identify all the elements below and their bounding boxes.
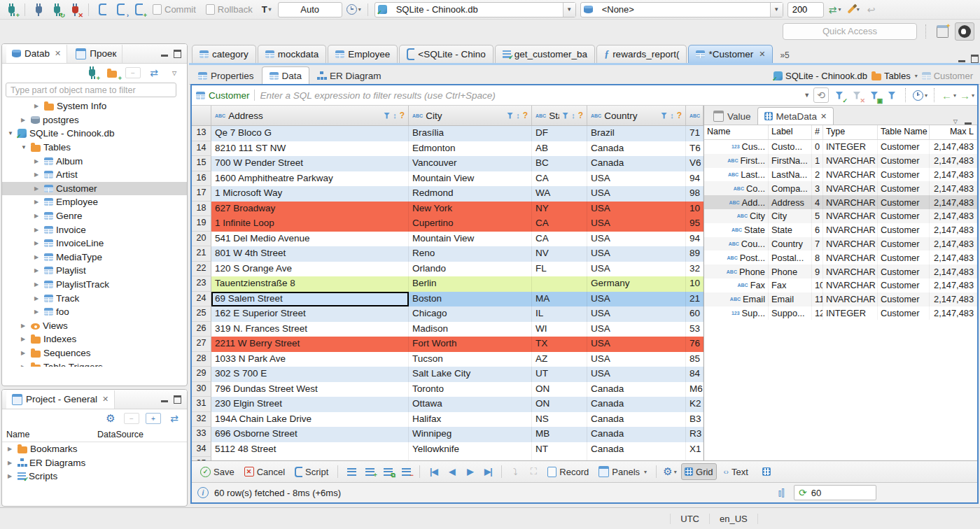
database-dropdown-button[interactable]: ▼ [770, 3, 783, 17]
cell-state[interactable]: WA [532, 186, 587, 202]
metadata-row-city[interactable]: ABCCityCity5NVARCHARCustomer2,147,483 [704, 209, 977, 223]
dbeaver-perspective-icon[interactable] [955, 22, 974, 41]
result-table-icon[interactable] [760, 464, 774, 479]
tree-expander-icon[interactable]: ▶ [21, 323, 28, 329]
connect-icon[interactable] [31, 2, 46, 17]
cell-country[interactable]: USA [587, 246, 686, 262]
tree-item-playlisttrack[interactable]: ▶PlaylistTrack [2, 278, 187, 292]
cell-city[interactable]: Toronto [409, 382, 532, 397]
minimize-icon[interactable] [161, 55, 168, 57]
new-folder-icon[interactable]: + [105, 65, 119, 80]
cell-postalcode[interactable]: 94 [686, 232, 704, 247]
metadata-row-lastna[interactable]: ABCLast...LastNa...2NVARCHARCustomer2,14… [704, 168, 977, 182]
tree-item-invoice[interactable]: ▶Invoice [2, 223, 187, 237]
close-tab-icon[interactable]: ✕ [759, 50, 765, 59]
tree-item-customer[interactable]: ▶Customer [2, 182, 187, 196]
cell-postalcode[interactable]: 94 [686, 171, 704, 187]
auto-refresh-icon[interactable]: ▾ [913, 87, 927, 103]
cell-address[interactable]: 194A Chain Lake Drive [211, 412, 409, 428]
cell-postalcode[interactable]: 85 [686, 352, 704, 367]
panels-button[interactable]: Panels▾ [596, 464, 650, 479]
cell-city[interactable]: Yellowknife [409, 442, 532, 458]
tree-expander-icon[interactable]: ▶ [34, 267, 41, 274]
cell-address[interactable]: 1 Infinite Loop [211, 216, 409, 232]
link-with-editor-icon[interactable]: ⇄ [147, 65, 161, 80]
cell-postalcode[interactable]: 10 [686, 202, 704, 217]
cell-city[interactable]: Redmond [409, 186, 532, 202]
cell-address[interactable]: 1033 N Park Ave [211, 352, 409, 367]
row-number[interactable]: 25 [192, 306, 211, 322]
column-name[interactable]: Name [2, 430, 97, 439]
row-number[interactable]: 26 [192, 322, 211, 337]
metadata-row-fax[interactable]: ABCFaxFax10NVARCHARCustomer2,147,483 [704, 278, 977, 292]
column-header-address[interactable]: ABCAddress↕? [211, 106, 409, 125]
cell-postalcode[interactable]: 95 [686, 216, 704, 232]
metadata-row-compa[interactable]: ABCCo...Compa...3NVARCHARCustomer2,147,4… [704, 181, 977, 195]
refresh-toggle-icon[interactable]: ⇄▾ [828, 2, 842, 17]
cell-address[interactable]: 1 Microsoft Way [211, 186, 409, 202]
tree-item-album[interactable]: ▶Album [2, 154, 187, 168]
filter-funnel-icon[interactable] [507, 113, 513, 119]
save-button[interactable]: ✓Save [197, 464, 237, 479]
next-row-icon[interactable]: ▶ [463, 464, 477, 479]
cell-country[interactable]: USA [587, 232, 686, 247]
cell-country[interactable]: USA [587, 337, 686, 352]
row-number[interactable]: 28 [192, 352, 211, 367]
cell-city[interactable]: New York [409, 202, 532, 217]
cell-postalcode[interactable]: 71 [686, 126, 704, 141]
cell-address[interactable]: 162 E Superior Street [211, 306, 409, 322]
tab-projects[interactable]: Проек [70, 45, 122, 63]
maximize-icon[interactable] [174, 50, 181, 58]
row-number[interactable]: 21 [192, 246, 211, 262]
cell-postalcode[interactable]: 32 [686, 262, 704, 277]
cell-country[interactable]: USA [587, 171, 686, 187]
editor-tab-rewards-report[interactable]: ƒrewards_report( [596, 45, 687, 63]
cell-postalcode[interactable]: R3 [686, 427, 704, 442]
grid-view-button[interactable]: Grid [681, 463, 717, 480]
tab-er-diagram[interactable]: ER Diagram [309, 66, 389, 84]
row-number[interactable]: 29 [192, 367, 211, 382]
cell-country[interactable]: Canada [587, 156, 686, 171]
tree-item-artist[interactable]: ▶Artist [2, 168, 187, 182]
sql-editor-icon[interactable] [95, 2, 109, 17]
connection-select[interactable]: SQLite - Chinook.db ▼ [374, 2, 576, 17]
cell-postalcode[interactable]: X1 [686, 442, 704, 458]
rollback-button[interactable]: Rollback [203, 2, 255, 17]
script-button[interactable]: Script [292, 464, 331, 479]
row-number[interactable]: 31 [192, 397, 211, 412]
cell-country[interactable]: USA [587, 292, 686, 307]
fetch-all-icon[interactable]: ⛶ [526, 464, 540, 479]
editor-tab-employee[interactable]: Employee [328, 45, 398, 63]
cell-country[interactable]: USA [587, 367, 686, 382]
cell-address[interactable]: 69 Salem Street [211, 292, 409, 307]
refresh-count-box[interactable]: ⟳ 60 [794, 485, 876, 500]
cell-city[interactable]: Madison [409, 322, 532, 337]
row-number[interactable]: 13 [192, 126, 211, 141]
meta-column-x[interactable]: # [812, 125, 823, 139]
cell-address[interactable]: 1600 Amphitheatre Parkway [211, 171, 409, 187]
tree-expander-icon[interactable]: ▶ [34, 227, 41, 233]
cell-address[interactable]: 120 S Orange Ave [211, 262, 409, 277]
open-sql-console-icon[interactable]: › [113, 2, 127, 17]
editor-tab-get-customer-ba[interactable]: get_customer_ba [495, 45, 595, 63]
tree-expander-icon[interactable]: ▶ [34, 213, 41, 219]
hidden-tabs-indicator[interactable]: »5 [780, 50, 789, 60]
cell-country[interactable]: Brazil [587, 126, 686, 141]
row-number[interactable]: 22 [192, 262, 211, 277]
tab-project-general[interactable]: Project - General ✕ [6, 390, 115, 409]
tab-database-navigator[interactable]: Datab ✕ [6, 45, 67, 63]
breadcrumb-tables[interactable]: Tables▾ [872, 71, 918, 81]
disconnect-icon[interactable]: ✕ [68, 2, 82, 17]
expand-all-icon[interactable]: + [146, 413, 161, 424]
tree-expander-icon[interactable]: ▶ [8, 473, 15, 479]
cell-state[interactable]: CA [532, 232, 587, 247]
minimize-icon[interactable] [958, 60, 965, 62]
row-number[interactable]: 30 [192, 382, 211, 397]
row-number[interactable]: 23 [192, 276, 211, 292]
tree-expander-icon[interactable]: ▶ [34, 309, 41, 315]
breadcrumb-connection[interactable]: SQLite - Chinook.db [774, 71, 867, 81]
tree-item-indexes[interactable]: ▶Indexes [2, 332, 187, 346]
delete-row-icon[interactable]: − [399, 464, 413, 479]
tree-expander-icon[interactable]: ▶ [34, 254, 41, 260]
new-connection-icon[interactable]: + [4, 2, 18, 17]
